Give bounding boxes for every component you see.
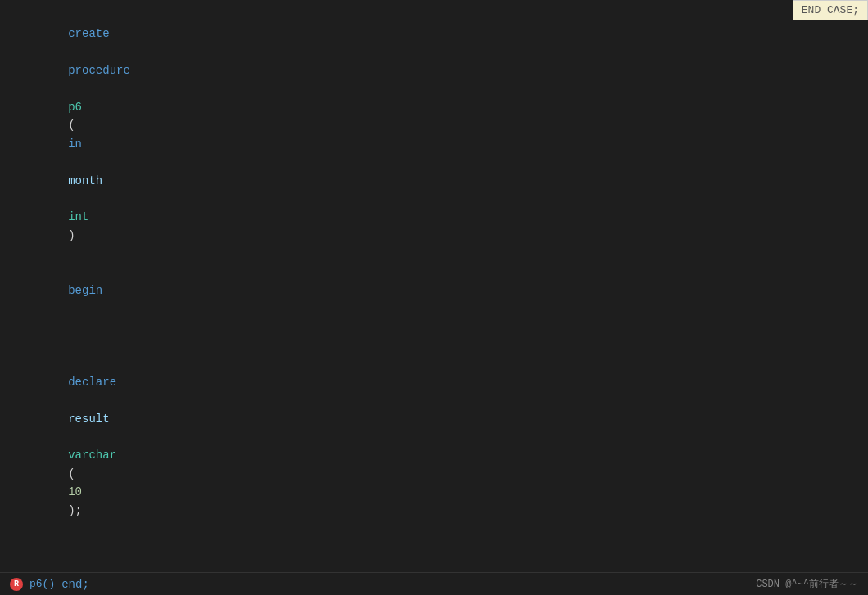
code-line-1: create procedure p6 ( in month int ) xyxy=(13,7,868,263)
code-line-empty-2 xyxy=(13,538,868,556)
tooltip-text: END CASE; xyxy=(802,4,859,16)
end-keyword: end; xyxy=(61,578,89,591)
code-area: create procedure p6 ( in month int ) beg… xyxy=(0,0,868,595)
status-indicator: R xyxy=(10,578,23,591)
proc-name: p6 xyxy=(68,101,82,114)
code-container: END CASE; create procedure p6 ( in month… xyxy=(0,0,868,595)
kw-in: in xyxy=(68,137,82,151)
code-line-empty-1 xyxy=(13,318,868,336)
kw-create: create xyxy=(68,27,109,40)
kw-declare: declare xyxy=(68,376,116,389)
code-line-2: begin xyxy=(13,263,868,318)
type-varchar: varchar xyxy=(68,449,116,462)
num-10: 10 xyxy=(68,485,82,498)
type-int: int xyxy=(68,210,88,223)
tooltip-box: END CASE; xyxy=(793,0,868,20)
status-left: R p6() end; xyxy=(10,578,89,591)
kw-begin: begin xyxy=(68,284,102,297)
param-month: month xyxy=(68,174,102,187)
kw-procedure: procedure xyxy=(68,64,130,77)
procedure-call: p6() xyxy=(29,578,55,590)
branding: CSDN @^~^前行者～～ xyxy=(756,577,858,591)
code-line-declare: declare result varchar ( 10 ); xyxy=(13,336,868,538)
var-result-decl: result xyxy=(68,412,109,426)
status-bar: R p6() end; CSDN @^~^前行者～～ xyxy=(0,572,868,595)
